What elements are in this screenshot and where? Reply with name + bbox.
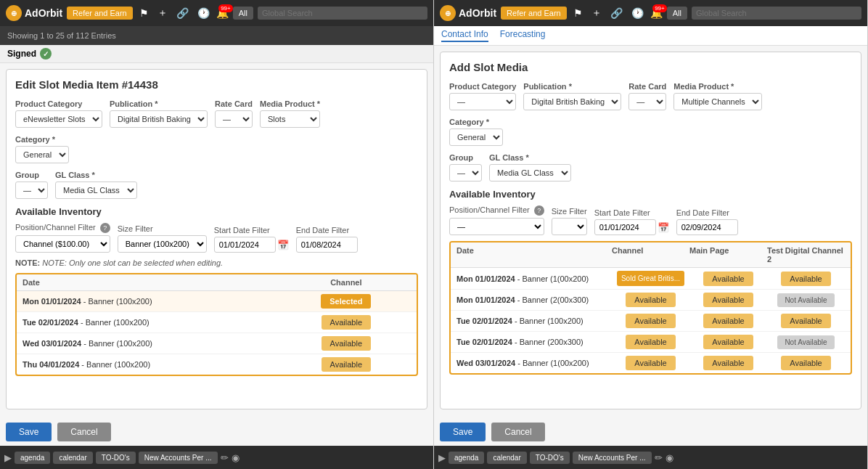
right-gl-class-group: GL Class * Media GL Class <box>489 153 571 182</box>
right-size-filter-label: Size Filter <box>552 207 587 216</box>
right-link-icon[interactable]: 🔗 <box>608 7 625 19</box>
rate-card-select[interactable]: — <box>215 110 253 128</box>
group-group: Group — <box>15 171 48 199</box>
right-position-help-icon[interactable]: ? <box>534 205 544 216</box>
row-test-digital: Available <box>767 356 845 370</box>
position-help-icon[interactable]: ? <box>100 223 110 233</box>
right-group-select[interactable]: — <box>449 164 482 182</box>
right-all-dropdown[interactable]: All <box>667 7 687 20</box>
contact-info-link[interactable]: Contact Info <box>441 29 488 42</box>
product-category-label: Product Category <box>15 99 102 108</box>
clock-icon[interactable]: 🕐 <box>195 7 212 19</box>
available-button[interactable]: Available <box>626 335 675 349</box>
row-channel-cell: Available <box>282 336 411 351</box>
table-row: Tue 02/01/2024 - Banner (100x200) Availa… <box>17 312 417 333</box>
main-page-available-button[interactable]: Available <box>703 356 753 370</box>
pencil-icon[interactable]: ✏ <box>221 452 229 463</box>
plus-icon[interactable]: ＋ <box>155 7 170 20</box>
right-agenda-button[interactable]: agenda <box>449 452 484 464</box>
available-button[interactable]: Available <box>626 314 675 328</box>
right-end-date-input[interactable] <box>676 219 738 235</box>
start-date-input[interactable] <box>214 237 276 253</box>
right-cancel-button[interactable]: Cancel <box>491 423 544 441</box>
test-available-button[interactable]: Available <box>781 356 830 370</box>
right-rate-card-select[interactable]: — <box>629 93 666 110</box>
circle-icon[interactable]: ◉ <box>232 452 239 463</box>
row-date: Tue 02/01/2024 - Banner (200x300) <box>456 338 612 346</box>
position-filter-group: Position/Channel Filter ? Channel ($100.… <box>15 223 110 253</box>
category-select[interactable]: General <box>15 146 69 163</box>
right-start-date-calendar-icon[interactable]: 📅 <box>658 222 669 233</box>
link-icon[interactable]: 🔗 <box>174 7 191 19</box>
test-available-button[interactable]: Available <box>781 314 830 328</box>
right-new-accounts-button[interactable]: New Accounts Per ... <box>573 452 652 464</box>
cancel-button[interactable]: Cancel <box>57 423 110 441</box>
test-available-button[interactable]: Available <box>781 272 830 286</box>
group-select[interactable]: — <box>15 182 48 199</box>
right-media-product-select[interactable]: Multiple Channels <box>673 93 762 110</box>
right-pencil-icon[interactable]: ✏ <box>655 452 663 463</box>
product-category-select[interactable]: eNewsletter Slots <box>15 110 102 128</box>
right-notification-icon[interactable]: 🔔99+ <box>650 7 663 19</box>
right-play-icon[interactable]: ▶ <box>438 452 446 463</box>
right-save-button[interactable]: Save <box>440 423 486 441</box>
sold-button[interactable]: Sold Great Britis... <box>617 271 684 286</box>
start-date-calendar-icon[interactable]: 📅 <box>277 240 289 250</box>
right-category-select[interactable]: General <box>449 129 503 146</box>
notification-icon[interactable]: 🔔99+ <box>216 7 229 19</box>
media-product-select[interactable]: Slots <box>260 110 320 128</box>
right-refer-earn-button[interactable]: Refer and Earn <box>501 7 567 20</box>
global-search-input[interactable] <box>258 7 427 20</box>
all-dropdown[interactable]: All <box>233 7 253 20</box>
right-plus-icon[interactable]: ＋ <box>589 7 604 20</box>
table-row: Mon 01/01/2024 - Banner (100x200) Select… <box>17 291 417 312</box>
publication-select[interactable]: Digital British Baking <box>110 110 208 128</box>
todo-button[interactable]: TO-DO's <box>96 452 136 464</box>
not-available-button[interactable]: Not Available <box>777 335 834 349</box>
main-page-available-button[interactable]: Available <box>703 335 753 349</box>
size-filter-select[interactable]: Banner (100x200) <box>118 235 207 253</box>
flag-icon[interactable]: ⚑ <box>137 7 151 19</box>
right-circle-icon[interactable]: ◉ <box>666 452 673 463</box>
new-accounts-button[interactable]: New Accounts Per ... <box>139 452 218 464</box>
right-start-date-input[interactable] <box>594 219 656 235</box>
row-date: Wed 03/01/2024 - Banner (100x200) <box>22 339 282 348</box>
right-logo: ⊕ AdOrbit <box>440 5 496 21</box>
right-category-group: Category * General <box>449 118 503 146</box>
forecasting-link[interactable]: Forecasting <box>500 29 546 42</box>
main-page-available-button[interactable]: Available <box>703 314 753 328</box>
right-product-category-select[interactable]: — <box>449 93 516 110</box>
calendar-button[interactable]: calendar <box>53 452 92 464</box>
available-button[interactable]: Available <box>322 336 371 351</box>
right-product-category-group: Product Category — <box>449 82 516 110</box>
right-todo-button[interactable]: TO-DO's <box>530 452 570 464</box>
right-calendar-button[interactable]: calendar <box>487 452 526 464</box>
available-button[interactable]: Available <box>626 293 675 307</box>
row-date: Mon 01/01/2024 - Banner (100x200) <box>22 297 282 306</box>
available-button[interactable]: Available <box>626 356 675 370</box>
selected-button[interactable]: Selected <box>321 294 371 309</box>
right-publication-select[interactable]: Digital British Baking <box>523 93 621 110</box>
table-row: Wed 03/01/2024 - Banner (1(00x200) Avail… <box>451 353 851 373</box>
right-gl-class-select[interactable]: Media GL Class <box>489 164 571 182</box>
play-icon[interactable]: ▶ <box>4 452 12 463</box>
right-global-search-input[interactable] <box>692 7 861 20</box>
end-date-input[interactable] <box>296 237 358 253</box>
available-button[interactable]: Available <box>322 357 371 372</box>
right-inv-table-header: Date Channel Main Page Test Digital Chan… <box>451 242 851 268</box>
save-button[interactable]: Save <box>6 423 52 441</box>
not-available-button[interactable]: Not Available <box>777 293 834 307</box>
right-position-filter-select[interactable]: — <box>449 218 544 235</box>
refer-earn-button[interactable]: Refer and Earn <box>67 7 133 20</box>
right-topbar: ⊕ AdOrbit Refer and Earn ⚑ ＋ 🔗 🕐 🔔99+ Al… <box>434 0 867 26</box>
available-button[interactable]: Available <box>322 315 371 330</box>
agenda-button[interactable]: agenda <box>15 452 50 464</box>
gl-class-select[interactable]: Media GL Class <box>55 182 137 199</box>
main-page-available-button[interactable]: Available <box>703 272 753 286</box>
main-page-available-button[interactable]: Available <box>703 293 753 307</box>
right-clock-icon[interactable]: 🕐 <box>629 7 646 19</box>
right-position-filter-label: Position/Channel Filter ? <box>449 205 544 216</box>
right-flag-icon[interactable]: ⚑ <box>571 7 585 19</box>
right-size-filter-select[interactable] <box>552 218 587 235</box>
position-filter-select[interactable]: Channel ($100.00) <box>15 235 110 253</box>
